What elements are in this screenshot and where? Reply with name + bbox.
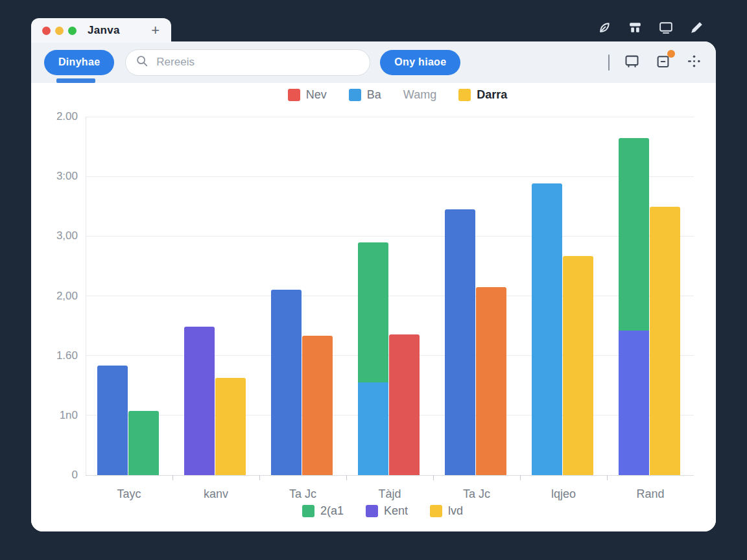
bar-segment	[271, 290, 302, 475]
toolbar-divider	[608, 54, 610, 71]
legend-label: lvd	[448, 504, 463, 518]
x-tick-label: Ta Jc	[259, 487, 346, 501]
legend-item: Ba	[349, 88, 381, 102]
x-tick-label: Rand	[607, 487, 694, 501]
bar-segment	[445, 209, 475, 475]
x-tick-label: Ta Jc	[433, 487, 520, 501]
move-icon[interactable]	[685, 52, 703, 73]
legend-swatch	[366, 505, 378, 517]
y-tick-label: 1n0	[31, 409, 78, 422]
x-axis-tick	[520, 475, 521, 480]
bar-segment	[532, 183, 562, 475]
search-input[interactable]	[155, 55, 361, 69]
minimize-window-button[interactable]	[55, 27, 64, 35]
bar-segment	[476, 287, 506, 475]
legend-swatch	[349, 89, 361, 101]
clipboard-icon[interactable]	[654, 52, 672, 73]
x-tick-label: kanv	[172, 487, 259, 501]
storefront-icon[interactable]	[627, 19, 643, 36]
notification-badge	[667, 50, 675, 58]
maximize-window-button[interactable]	[68, 27, 77, 35]
bar	[476, 117, 506, 475]
legend-swatch	[288, 89, 300, 101]
bar	[358, 117, 388, 475]
y-tick-label: 1.60	[31, 349, 78, 362]
bar	[619, 117, 649, 475]
legend-label: Ba	[367, 88, 381, 102]
x-axis-tick	[346, 475, 347, 480]
bar	[215, 117, 246, 475]
bar-segment	[619, 331, 649, 475]
bar	[302, 117, 333, 475]
bar	[128, 117, 159, 475]
toolbar: Dinyhae Ony hiaoe	[31, 41, 716, 83]
chart-legend-top: NevBaWamgDarra	[55, 88, 740, 102]
bar-segment	[128, 411, 159, 475]
x-axis-tick	[172, 475, 173, 480]
x-tick-label: Tàjd	[346, 487, 433, 501]
legend-label: Darra	[477, 88, 507, 102]
legend-item: 2(a1	[302, 504, 344, 518]
desktop: { "browser": { "tab_title": "Janva", "ne…	[0, 0, 747, 560]
bar	[271, 117, 302, 475]
bar-chart: NevBaWamgDarra 01n01.602,003,003:002.00 …	[31, 83, 716, 531]
active-tab-indicator	[56, 78, 95, 83]
y-tick-label: 3,00	[31, 229, 78, 242]
browser-tab[interactable]: Janva +	[31, 18, 171, 43]
bar	[563, 117, 593, 475]
x-axis-tick	[607, 475, 608, 480]
legend-swatch	[458, 89, 471, 101]
bar	[97, 117, 128, 475]
y-axis-line	[86, 117, 86, 475]
bar	[532, 117, 562, 475]
y-tick-label: 0	[31, 469, 78, 482]
bar-segment	[358, 242, 388, 383]
bar-segment	[563, 256, 593, 475]
legend-label: 2(a1	[320, 504, 344, 518]
x-axis-tick	[433, 475, 434, 480]
pencil-icon[interactable]	[689, 19, 705, 36]
x-axis-tick	[259, 475, 260, 480]
legend-item: Kent	[366, 504, 408, 518]
bar-segment	[302, 336, 333, 475]
tab-title: Janva	[88, 24, 120, 37]
y-tick-label: 3:00	[31, 170, 78, 183]
search-icon	[135, 54, 149, 71]
legend-label: Wamg	[403, 88, 436, 102]
primary-action-button[interactable]: Dinyhae	[44, 50, 114, 75]
secondary-action-button[interactable]: Ony hiaoe	[380, 50, 460, 75]
bar-segment	[184, 327, 215, 475]
close-window-button[interactable]	[42, 27, 51, 35]
bar	[184, 117, 215, 475]
bar	[445, 117, 475, 475]
bar-segment	[97, 366, 128, 475]
search-bar[interactable]	[125, 49, 370, 76]
bar	[389, 117, 420, 475]
chart-legend-bottom: 2(a1Kentlvd	[40, 504, 725, 518]
y-tick-label: 2.00	[31, 110, 78, 123]
bar	[650, 117, 680, 475]
bar-segment	[389, 334, 420, 475]
comment-icon[interactable]	[623, 52, 641, 73]
bar-segment	[215, 378, 246, 475]
quill-icon[interactable]	[597, 19, 613, 36]
monitor-icon[interactable]	[658, 19, 674, 36]
legend-swatch	[302, 505, 314, 517]
legend-swatch	[430, 505, 442, 517]
plot-area	[86, 117, 694, 475]
bar-segment	[650, 207, 680, 475]
y-tick-label: 2,00	[31, 290, 78, 303]
legend-item: lvd	[430, 504, 463, 518]
new-tab-button[interactable]: +	[148, 24, 162, 37]
legend-label: Kent	[384, 504, 408, 518]
bar-segment	[619, 138, 649, 331]
toolbar-right-icons	[608, 52, 703, 73]
browser-actions	[597, 19, 705, 36]
bar-segment	[358, 382, 388, 475]
x-tick-label: Tayc	[86, 487, 172, 501]
legend-item: Darra	[458, 88, 507, 102]
legend-item: Wamg	[403, 88, 436, 102]
legend-label: Nev	[306, 88, 327, 102]
app-window: Dinyhae Ony hiaoe	[31, 41, 716, 531]
legend-item: Nev	[288, 88, 327, 102]
